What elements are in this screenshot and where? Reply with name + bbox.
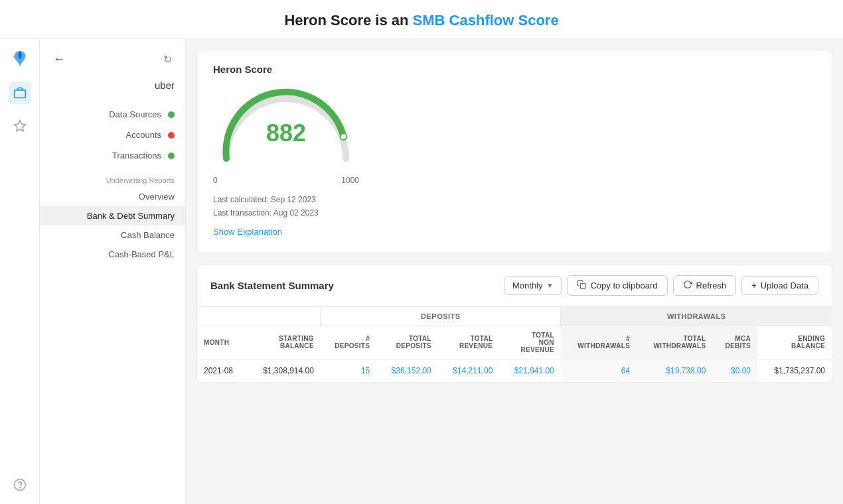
back-button[interactable]: ← (50, 50, 68, 69)
col-num-deposits: #DEPOSITS (321, 326, 376, 359)
cell-ending-balance: $1,735,237.00 (757, 359, 832, 382)
star-nav-icon[interactable] (9, 115, 31, 137)
timeline-item-transactions: Transactions (50, 145, 175, 166)
copy-clipboard-button[interactable]: Copy to clipboard (567, 275, 667, 296)
gauge-wrapper: 882 (213, 86, 359, 172)
timeline-item-data-sources: Data Sources (50, 104, 175, 125)
company-name: uber (40, 77, 185, 104)
icon-sidebar (0, 39, 40, 504)
show-explanation-button[interactable]: Show Explanation (213, 227, 282, 237)
nav-item-cash-based-pl[interactable]: Cash-Based P&L (40, 245, 185, 264)
last-calculated: Last calculated: Sep 12 2023 (213, 193, 319, 206)
gauge-max: 1000 (341, 176, 359, 185)
cell-total-deposits: $36,152.00 (376, 359, 438, 382)
dropdown-arrow-icon: ▼ (547, 282, 554, 289)
monthly-dropdown[interactable]: Monthly ▼ (504, 276, 562, 295)
main-layout: ← ↻ uber Data Sources Accounts Transacti… (0, 39, 843, 504)
help-icon[interactable] (9, 473, 31, 496)
copy-icon (577, 280, 586, 291)
logo-icon (8, 47, 32, 71)
col-total-deposits: TOTALDEPOSITS (376, 326, 438, 359)
col-total-non-revenue: TOTALNONREVENUE (499, 326, 561, 359)
col-num-withdrawals: #WITHDRAWALS (561, 326, 637, 359)
svg-marker-1 (14, 121, 25, 131)
monthly-label: Monthly (512, 281, 543, 290)
svg-rect-0 (14, 90, 25, 98)
left-nav: ← ↻ uber Data Sources Accounts Transacti… (40, 39, 186, 504)
refresh-label: Refresh (696, 281, 727, 290)
banner-prefix: Heron Score is an (284, 12, 408, 29)
col-starting-balance: STARTINGBALANCE (246, 326, 321, 359)
empty-header (197, 307, 321, 326)
nav-item-cash-balance[interactable]: Cash Balance (40, 225, 185, 245)
upload-icon: + (751, 281, 757, 290)
banner-highlight: SMB Cashflow Score (413, 12, 559, 29)
bank-table: DEPOSITS WITHDRAWALS MONTH STARTINGBALAN… (197, 307, 832, 383)
last-transaction: Last transaction: Aug 02 2023 (213, 206, 319, 220)
content-area: Heron Score 882 0 1000 (186, 39, 843, 504)
transactions-dot (168, 153, 175, 159)
timeline-section: Data Sources Accounts Transactions (40, 104, 185, 166)
table-container: DEPOSITS WITHDRAWALS MONTH STARTINGBALAN… (197, 307, 832, 383)
data-sources-label: Data Sources (109, 109, 161, 119)
gauge-value: 882 (266, 119, 306, 147)
upload-data-button[interactable]: + Upload Data (741, 276, 818, 295)
cell-month: 2021-08 (197, 359, 246, 382)
underwriting-section-label: Underwriting Reports (40, 166, 185, 187)
score-meta: Last calculated: Sep 12 2023 Last transa… (213, 193, 319, 220)
table-row: 2021-08 $1,308,914.00 15 $36,152.00 $14,… (197, 359, 832, 382)
score-card: Heron Score 882 0 1000 (196, 50, 832, 253)
top-banner: Heron Score is an SMB Cashflow Score (0, 0, 843, 39)
col-month: MONTH (197, 326, 246, 359)
bank-card-header: Bank Statement Summary Monthly ▼ (197, 265, 832, 307)
nav-refresh-button[interactable]: ↻ (161, 50, 175, 68)
briefcase-nav-icon[interactable] (9, 82, 31, 104)
cell-total-non-revenue: $21,941.00 (499, 359, 561, 382)
upload-label: Upload Data (761, 281, 808, 290)
gauge-container: 882 0 1000 Last calculated: Sep 12 2023 … (213, 86, 816, 237)
cell-total-withdrawals: $19,738.00 (637, 359, 712, 382)
refresh-icon (683, 280, 692, 291)
gauge-endpoint (341, 133, 347, 140)
col-ending-balance: ENDINGBALANCE (757, 326, 832, 359)
cell-num-withdrawals: 64 (561, 359, 637, 382)
col-mca-debits: MCADEBITS (712, 326, 757, 359)
nav-item-bank-debt-summary[interactable]: Bank & Debt Summary (40, 206, 185, 225)
col-total-revenue: TOTALREVENUE (438, 326, 500, 359)
score-card-title: Heron Score (213, 64, 816, 75)
svg-rect-4 (581, 283, 586, 288)
cell-mca-debits: $0.00 (712, 359, 757, 382)
withdrawals-group-header: WITHDRAWALS (561, 307, 832, 326)
accounts-dot (168, 132, 175, 139)
deposits-group-header: DEPOSITS (321, 307, 561, 326)
bank-card-actions: Monthly ▼ Copy to clipboard (504, 275, 818, 296)
transactions-label: Transactions (112, 151, 161, 160)
col-total-withdrawals: TOTALWITHDRAWALS (637, 326, 712, 359)
bank-card-title: Bank Statement Summary (210, 280, 334, 291)
cell-total-revenue: $14,211.00 (438, 359, 500, 382)
gauge-min: 0 (213, 176, 218, 185)
timeline-item-accounts: Accounts (50, 125, 175, 145)
gauge-labels: 0 1000 (213, 176, 359, 185)
refresh-button[interactable]: Refresh (673, 275, 737, 296)
left-nav-header: ← ↻ (40, 47, 185, 77)
cell-num-deposits: 15 (321, 359, 376, 382)
bank-statement-card: Bank Statement Summary Monthly ▼ (196, 264, 832, 383)
accounts-label: Accounts (126, 130, 161, 140)
cell-starting-balance: $1,308,914.00 (246, 359, 321, 382)
nav-item-overview[interactable]: Overview (40, 187, 185, 206)
copy-label: Copy to clipboard (590, 281, 657, 290)
data-sources-dot (168, 111, 175, 118)
